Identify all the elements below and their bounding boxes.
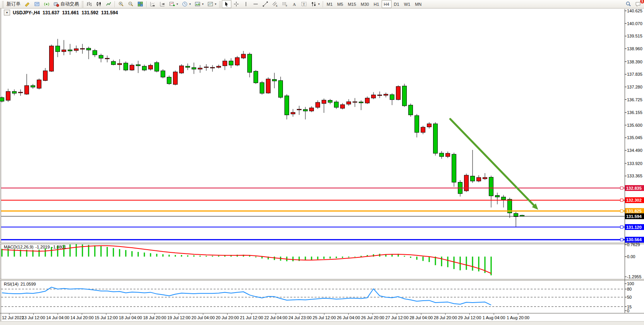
low-value: 131.592 xyxy=(82,10,98,15)
candle xyxy=(353,102,357,102)
svg-text:0: 0 xyxy=(627,308,629,313)
timeframe-m30-button[interactable]: M30 xyxy=(358,0,371,8)
crosshair-icon xyxy=(233,1,239,7)
vertical-line-tool-button[interactable] xyxy=(241,0,251,8)
text-tool-button[interactable]: A xyxy=(289,0,299,8)
tile-windows-button[interactable] xyxy=(135,0,145,8)
profiles-button[interactable]: ▾ xyxy=(206,0,218,8)
candle xyxy=(37,80,41,88)
zoom-in-button[interactable] xyxy=(116,0,126,8)
timeframe-m5-button[interactable]: M5 xyxy=(335,0,345,8)
templates-button[interactable]: ▾ xyxy=(193,0,206,8)
rsi-value: 21.0599 xyxy=(21,282,36,286)
signals-button[interactable] xyxy=(42,0,51,8)
toolbar-separator xyxy=(146,1,147,7)
svg-text:19 Jul 12:00: 19 Jul 12:00 xyxy=(167,315,190,320)
periods-button[interactable]: ▾ xyxy=(180,0,193,8)
candle xyxy=(452,154,456,182)
auto-scroll-icon xyxy=(150,1,156,7)
candle xyxy=(334,102,339,107)
one-click-trading-toggle[interactable]: ▼ xyxy=(4,10,10,15)
candle xyxy=(93,51,97,55)
hline-anchor[interactable] xyxy=(620,238,623,241)
svg-text:20 Jul 04:00: 20 Jul 04:00 xyxy=(192,315,215,320)
equidistant-channel-tool-button[interactable]: E xyxy=(270,0,280,8)
cursor-tool-button[interactable] xyxy=(222,0,231,8)
notifications-button[interactable]: 1 xyxy=(633,0,643,8)
profile-chart-icon xyxy=(207,1,213,7)
line-chart-button[interactable] xyxy=(104,0,113,8)
svg-text:133.920: 133.920 xyxy=(627,161,642,166)
zoom-out-button[interactable] xyxy=(126,0,135,8)
new-order-button[interactable]: 新订单 xyxy=(5,0,22,8)
chart-canvas[interactable]: 10080501500.76290.00-1.2955140.625140.07… xyxy=(0,0,644,325)
candle xyxy=(6,92,10,100)
chart-ohlc-title: ▼ USDJPY-,H4 131.637 131.661 131.592 131… xyxy=(4,10,118,15)
arrows-tool-button[interactable]: ▾ xyxy=(309,0,322,8)
text-label-tool-button[interactable]: T xyxy=(299,0,309,8)
search-button[interactable] xyxy=(623,0,633,8)
hline-anchor[interactable] xyxy=(620,210,623,213)
candle xyxy=(260,83,264,94)
candlestick-chart-button[interactable] xyxy=(94,0,104,8)
svg-text:132.835: 132.835 xyxy=(626,186,642,191)
svg-text:28 Jul 04:00: 28 Jul 04:00 xyxy=(409,315,433,320)
svg-text:T: T xyxy=(303,2,305,6)
horizontal-line-icon xyxy=(253,1,259,7)
timeframe-m1-button[interactable]: M1 xyxy=(324,0,335,8)
candle xyxy=(31,85,35,87)
candle xyxy=(409,105,413,115)
candle xyxy=(285,96,289,115)
auto-trading-button[interactable]: 自动交易 xyxy=(51,0,81,8)
zoom-in-icon xyxy=(118,1,124,7)
toolbar-grip xyxy=(82,1,84,7)
candle xyxy=(372,95,376,98)
indicators-button[interactable]: ▾ xyxy=(167,0,180,8)
trendline-tool-button[interactable] xyxy=(260,0,270,8)
chart-shift-button[interactable] xyxy=(158,0,167,8)
timeframe-m15-button[interactable]: M15 xyxy=(346,0,358,8)
candle xyxy=(136,65,140,66)
hline-anchor[interactable] xyxy=(620,187,623,189)
candle xyxy=(440,153,444,157)
timeframe-h1-button[interactable]: H1 xyxy=(371,0,381,8)
horizontal-line-tool-button[interactable] xyxy=(251,0,260,8)
metaeditor-button[interactable] xyxy=(22,0,32,8)
toolbar-separator xyxy=(323,1,323,7)
svg-text:140.625: 140.625 xyxy=(627,9,642,13)
auto-scroll-button[interactable] xyxy=(148,0,158,8)
svg-text:22 Jul 04:00: 22 Jul 04:00 xyxy=(264,315,288,320)
svg-text:139.515: 139.515 xyxy=(627,34,642,38)
svg-text:131.120: 131.120 xyxy=(626,225,642,230)
candle xyxy=(365,98,370,103)
candle xyxy=(173,72,178,84)
candle xyxy=(149,65,153,69)
candle xyxy=(43,71,48,80)
hline-anchor[interactable] xyxy=(620,199,623,201)
candle xyxy=(279,80,283,97)
svg-text:A: A xyxy=(293,2,296,7)
crosshair-tool-button[interactable] xyxy=(231,0,241,8)
svg-text:0.7629: 0.7629 xyxy=(627,242,640,247)
svg-text:14 Jul 04:00: 14 Jul 04:00 xyxy=(46,315,69,320)
svg-text:28 Jul 20:00: 28 Jul 20:00 xyxy=(434,315,457,320)
svg-text:134.490: 134.490 xyxy=(627,148,642,153)
chevron-down-icon: ▾ xyxy=(189,2,191,6)
timeframe-h4-button[interactable]: H4 xyxy=(382,0,392,8)
timeframe-w1-button[interactable]: W1 xyxy=(402,0,413,8)
hline-anchor[interactable] xyxy=(620,226,623,228)
timeframe-mn-button[interactable]: MN xyxy=(413,0,424,8)
candle xyxy=(272,79,277,81)
cursor-arrow-icon xyxy=(224,1,230,7)
candle xyxy=(68,50,72,51)
auto-trading-icon xyxy=(53,1,59,7)
svg-text:29 Jul 12:00: 29 Jul 12:00 xyxy=(458,315,481,320)
fibonacci-tool-button[interactable]: F xyxy=(280,0,289,8)
market-depth-button[interactable] xyxy=(32,0,42,8)
svg-text:12 Jul 2022: 12 Jul 2022 xyxy=(2,315,24,320)
macd-indicator-label: MACD(12,26,9) -1.2019 -1.0801 xyxy=(4,245,66,249)
candle xyxy=(186,66,190,67)
timeframe-d1-button[interactable]: D1 xyxy=(392,0,402,8)
bar-chart-button[interactable] xyxy=(84,0,94,8)
candle xyxy=(229,61,233,65)
